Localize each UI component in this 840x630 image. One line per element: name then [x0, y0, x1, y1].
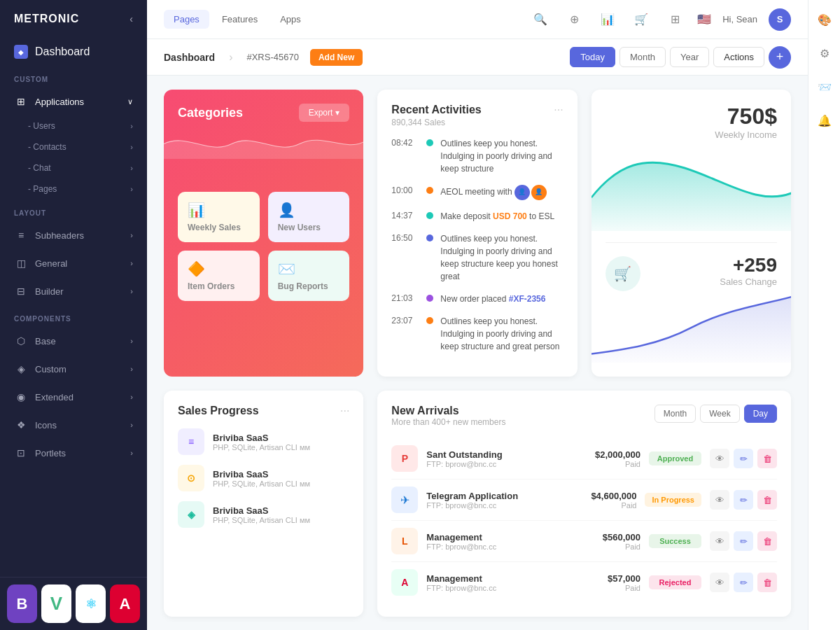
arrivals-view-btn-2[interactable]: 👁 [710, 490, 729, 510]
sidebar-item-custom[interactable]: ◈ Custom › [0, 355, 147, 383]
arrivals-edit-btn-1[interactable]: ✏ [734, 449, 753, 468]
arrivals-title-4: Management [426, 573, 562, 584]
arrivals-logo-icon-4: A [401, 577, 408, 588]
income-bottom: 🛒 +259 Sales Change [606, 242, 777, 363]
share-icon[interactable]: ⊕ [563, 8, 585, 31]
arrivals-tab-month[interactable]: Month [654, 405, 696, 423]
sidebar-item-extended[interactable]: ◉ Extended › [0, 383, 147, 411]
sidebar-item-base[interactable]: ⬡ Base › [0, 327, 147, 355]
activity-text-1: Outlines keep you honest. Indulging in p… [440, 137, 563, 175]
year-button[interactable]: Year [670, 47, 709, 67]
arrivals-edit-btn-4[interactable]: ✏ [734, 573, 753, 592]
sidebar-item-icons[interactable]: ❖ Icons › [0, 411, 147, 439]
activity-item-3: 14:37 Make deposit USD 700 to ESL [391, 210, 563, 223]
item-orders-icon: 🔶 [188, 260, 250, 277]
tab-features[interactable]: Features [212, 10, 267, 29]
user-avatar[interactable]: S [769, 8, 791, 31]
arrivals-name-4: Management FTP: bprow@bnc.cc [426, 573, 562, 592]
arrivals-delete-btn-2[interactable]: 🗑 [757, 490, 777, 510]
layout-section-label: LAYOUT [0, 200, 147, 221]
react-logo[interactable]: ⚛ [76, 584, 106, 623]
arrivals-logo-2: ✈ [391, 486, 418, 513]
builder-chevron-icon: › [130, 287, 133, 295]
arrivals-ftp-3: FTP: bprow@bnc.cc [426, 542, 562, 551]
cart-icon[interactable]: 🛒 [630, 8, 652, 31]
actions-button[interactable]: Actions [713, 47, 764, 67]
arrivals-tab-week[interactable]: Week [700, 405, 739, 423]
sidebar-item-users[interactable]: - Users › [21, 115, 147, 136]
activity-item-2: 10:00 AEOL meeting with 👤 👤 [391, 185, 563, 200]
subheader-right: Today Month Year Actions + [570, 46, 791, 69]
export-button[interactable]: Export ▾ [299, 104, 350, 122]
arrivals-delete-btn-4[interactable]: 🗑 [757, 573, 777, 592]
sales-progress-menu-icon[interactable]: ··· [340, 405, 349, 417]
arrivals-logo-3: L [391, 528, 418, 554]
order-link[interactable]: #XF-2356 [509, 294, 546, 304]
builder-label: Builder [35, 286, 63, 297]
sidebar-logo: METRONIC ‹ [0, 0, 147, 38]
tab-pages[interactable]: Pages [164, 10, 209, 29]
activity-time-6: 23:07 [391, 316, 419, 326]
progress-logo-text-1: ≡ [188, 436, 194, 447]
progress-sub-1: PHP, SQLite, Artisan CLI мм [213, 443, 349, 451]
search-icon[interactable]: 🔍 [529, 8, 552, 31]
sidebar-item-portlets[interactable]: ⊡ Portlets › [0, 439, 147, 467]
chart-icon[interactable]: 📊 [596, 8, 619, 31]
month-button[interactable]: Month [620, 47, 666, 67]
sidebar-item-contacts[interactable]: - Contacts › [21, 136, 147, 158]
arrivals-view-btn-3[interactable]: 👁 [710, 531, 729, 551]
arrivals-edit-btn-3[interactable]: ✏ [734, 531, 753, 551]
right-send-icon[interactable]: 📨 [813, 76, 836, 98]
mini-cards-grid: 📊 Weekly Sales 👤 New Users 🔶 Item Orders… [178, 192, 349, 301]
new-arrivals-card: New Arrivals More than 400+ new members … [377, 391, 791, 617]
arrivals-title: New Arrivals [391, 405, 505, 417]
progress-name-2: Briviba SaaS [213, 469, 349, 479]
bug-reports-label: Bug Reports [278, 281, 340, 291]
add-new-button[interactable]: Add New [310, 49, 363, 66]
arrivals-delete-btn-1[interactable]: 🗑 [757, 449, 777, 468]
breadcrumb-id: #XRS-45670 [246, 52, 298, 62]
sidebar-item-builder[interactable]: ⊟ Builder › [0, 277, 147, 305]
activities-sub: 890,344 Sales [391, 118, 481, 127]
progress-info-3: Briviba SaaS PHP, SQLite, Artisan CLI мм [213, 505, 349, 524]
sales-change-label: Sales Change [720, 276, 777, 287]
sidebar-item-general[interactable]: ◫ General › [0, 249, 147, 277]
progress-sub-2: PHP, SQLite, Artisan CLI мм [213, 479, 349, 488]
arrivals-amount-2: $4,600,000 Paid [566, 491, 636, 510]
arrivals-row-3: L Management FTP: bprow@bnc.cc $560,000 … [391, 521, 777, 562]
builder-icon: ⊟ [14, 284, 28, 298]
activities-menu-icon[interactable]: ··· [554, 104, 563, 116]
angular-logo[interactable]: A [110, 584, 140, 623]
right-paint-icon[interactable]: 🎨 [813, 8, 836, 31]
arrivals-ftp-4: FTP: bprow@bnc.cc [426, 584, 562, 592]
sidebar-item-subheaders[interactable]: ≡ Subheaders › [0, 221, 147, 249]
mini-card-new-users: 👤 New Users [268, 192, 350, 242]
right-notification-icon[interactable]: 🔔 [813, 109, 836, 132]
activity-dot-2 [426, 187, 433, 194]
arrivals-edit-btn-2[interactable]: ✏ [734, 490, 753, 510]
sidebar-item-pages[interactable]: - Pages › [21, 178, 147, 200]
sidebar-item-dashboard[interactable]: Dashboard [0, 38, 147, 66]
mini-card-item-orders: 🔶 Item Orders [178, 251, 260, 301]
arrivals-view-btn-4[interactable]: 👁 [710, 573, 729, 592]
today-button[interactable]: Today [570, 47, 615, 67]
vue-logo[interactable]: V [41, 584, 71, 623]
right-settings-icon[interactable]: ⚙ [813, 42, 836, 64]
grid-icon[interactable]: ⊞ [664, 8, 686, 31]
bootstrap-logo[interactable]: B [7, 584, 37, 623]
sidebar-item-chat[interactable]: - Chat › [21, 158, 147, 178]
base-label: Base [35, 336, 56, 346]
sidebar-item-applications[interactable]: ⊞ Applications ∨ [0, 88, 147, 115]
sidebar-collapse-icon[interactable]: ‹ [130, 13, 133, 24]
arrivals-name-3: Management FTP: bprow@bnc.cc [426, 532, 562, 551]
sales-progress-title: Sales Progress [178, 405, 259, 417]
arrivals-view-btn-1[interactable]: 👁 [710, 449, 729, 468]
deposit-link[interactable]: USD 700 [493, 211, 527, 221]
add-circle-button[interactable]: + [769, 46, 791, 69]
tab-apps[interactable]: Apps [270, 10, 311, 29]
sales-progress-card: Sales Progress ··· ≡ Briviba SaaS PHP, S… [164, 391, 363, 617]
activity-time-5: 21:03 [391, 293, 419, 303]
arrivals-delete-btn-3[interactable]: 🗑 [757, 531, 777, 551]
arrivals-tab-day[interactable]: Day [744, 405, 777, 423]
arrivals-actions-3: 👁 ✏ 🗑 [710, 531, 777, 551]
